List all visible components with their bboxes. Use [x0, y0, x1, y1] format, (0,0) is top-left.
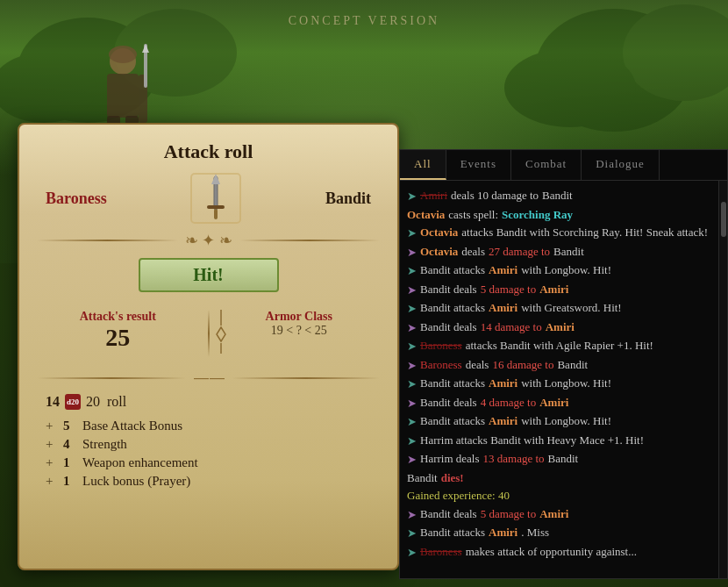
log-part-12-0: Bandit attacks: [420, 412, 485, 430]
svg-rect-19: [214, 209, 218, 219]
log-entry-19: ➤Baroness makes attack of opportunity ag…: [407, 543, 711, 562]
log-part-4-1: Amiri: [489, 261, 517, 279]
sword-illustration: [189, 172, 242, 225]
log-arrow-13: ➤: [407, 433, 417, 450]
log-arrow-2: ➤: [407, 225, 417, 242]
bonus-item-0: + 5 Base Attack Bonus: [46, 417, 371, 435]
log-part-1-1: casts spell:: [448, 206, 498, 224]
log-part-11-0: Bandit deals: [420, 394, 477, 412]
log-entry-0: ➤Amiri deals 10 damage to Bandit: [407, 187, 711, 205]
armor-class-range: 19 < ? < 25: [218, 324, 381, 338]
bonus-label: Strength: [82, 437, 127, 452]
log-entry-12: ➤Bandit attacks Amiri with Longbow. Hit!: [407, 412, 711, 431]
bonus-value: 5: [63, 419, 75, 433]
log-part-7-2: Amiri: [546, 319, 575, 336]
log-part-5-0: Bandit deals: [420, 281, 477, 298]
log-part-17-0: Bandit deals: [420, 505, 477, 523]
log-arrow-6: ➤: [407, 300, 417, 318]
bonus-item-2: + 1 Weapon enhancement: [46, 454, 371, 472]
log-part-3-3: Bandit: [553, 243, 584, 261]
log-part-18-1: Amiri: [489, 524, 517, 541]
log-part-12-2: with Longbow. Hit!: [521, 412, 611, 430]
bonus-label: Luck bonus (Prayer): [82, 474, 190, 489]
log-part-2-1: attacks Bandit with Scorching Ray. Hit! …: [461, 224, 708, 241]
log-part-14-2: Bandit: [548, 450, 579, 468]
log-part-1-2: Scorching Ray: [502, 206, 573, 224]
log-arrow-19: ➤: [407, 544, 417, 562]
log-arrow-4: ➤: [407, 262, 417, 280]
log-part-0-1: deals 10 damage to: [451, 187, 539, 204]
ornate-divider-2: ⸻⸻: [19, 369, 397, 387]
log-entry-14: ➤Harrim deals 13 damage to Bandit: [407, 450, 711, 469]
log-part-19-1: makes attack of opportunity against...: [466, 543, 637, 561]
log-part-15-1: dies!: [441, 469, 464, 487]
tab-all[interactable]: All: [400, 150, 446, 180]
log-part-10-0: Bandit attacks: [420, 375, 485, 392]
svg-rect-10: [107, 74, 139, 118]
combatant-row: Baroness Bandit: [19, 172, 397, 225]
log-arrow-5: ➤: [407, 282, 417, 299]
log-arrow-0: ➤: [407, 188, 417, 205]
armor-class-block: Armor Class 19 < ? < 25: [218, 310, 381, 357]
svg-marker-15: [142, 44, 149, 53]
log-part-12-1: Amiri: [489, 412, 517, 430]
log-entry-9: ➤Baroness deals 16 damage to Bandit: [407, 356, 711, 375]
log-arrow-12: ➤: [407, 413, 417, 431]
divider-ornament-2: ⸻⸻: [193, 369, 225, 388]
log-part-9-1: deals: [466, 356, 489, 374]
log-part-18-0: Bandit attacks: [420, 524, 485, 541]
log-part-18-2: . Miss: [521, 524, 549, 541]
log-entry-11: ➤Bandit deals 4 damage to Amiri: [407, 394, 711, 412]
log-part-1-0: Octavia: [407, 206, 445, 224]
log-arrow-18: ➤: [407, 525, 417, 542]
log-arrow-17: ➤: [407, 506, 417, 524]
log-part-4-0: Bandit attacks: [420, 261, 485, 279]
log-part-16-0: Gained experience: 40: [407, 487, 510, 505]
armor-class-label: Armor Class: [218, 310, 381, 324]
roll-max-text: 20 roll: [86, 394, 126, 410]
log-part-7-0: Bandit deals: [420, 319, 477, 336]
sword-icon-area: [189, 172, 242, 225]
concept-version-text: CONCEPT VERSION: [289, 14, 439, 28]
log-part-3-1: deals: [461, 243, 485, 261]
log-part-2-0: Octavia: [420, 224, 458, 241]
bonus-plus: +: [46, 419, 56, 433]
bonus-item-3: + 1 Luck bonus (Prayer): [46, 472, 371, 490]
log-entry-10: ➤Bandit attacks Amiri with Longbow. Hit!: [407, 375, 711, 393]
tab-events[interactable]: Events: [446, 150, 511, 180]
scrollbar-thumb[interactable]: [721, 202, 726, 237]
log-part-7-1: 14 damage to: [481, 319, 542, 336]
tab-combat[interactable]: Combat: [511, 150, 582, 180]
attack-result-value: 25: [37, 324, 199, 352]
stats-area: Attack's result 25 Armor Class 19 < ? < …: [19, 301, 397, 366]
log-arrow-14: ➤: [407, 451, 417, 469]
log-part-3-2: 27 damage to: [489, 243, 550, 261]
combat-log-panel: AllEventsCombatDialogue ➤Amiri deals 10 …: [399, 149, 728, 579]
log-entry-2: ➤Octavia attacks Bandit with Scorching R…: [407, 224, 711, 242]
log-entry-8: ➤Baroness attacks Bandit with Agile Rapi…: [407, 337, 711, 355]
log-entry-3: ➤Octavia deals 27 damage to Bandit: [407, 243, 711, 261]
log-part-5-2: Amiri: [539, 281, 568, 298]
tab-dialogue[interactable]: Dialogue: [582, 150, 660, 180]
bonus-plus: +: [46, 474, 56, 489]
log-entry-13: ➤Harrim attacks Bandit with Heavy Mace +…: [407, 432, 711, 450]
log-arrow-7: ➤: [407, 319, 417, 337]
log-content[interactable]: ➤Amiri deals 10 damage to BanditOctavia …: [400, 181, 718, 578]
defender-name: Bandit: [325, 190, 371, 208]
log-part-6-1: Amiri: [489, 299, 517, 317]
log-entry-4: ➤Bandit attacks Amiri with Longbow. Hit!: [407, 261, 711, 280]
log-entry-18: ➤Bandit attacks Amiri. Miss: [407, 524, 711, 542]
svg-point-9: [109, 46, 137, 63]
bonus-value: 1: [63, 455, 75, 470]
log-part-10-1: Amiri: [489, 375, 517, 392]
log-part-8-1: attacks Bandit with Agile Rapier +1. Hit…: [466, 337, 653, 354]
log-arrow-11: ➤: [407, 395, 417, 412]
log-part-19-0: Baroness: [420, 543, 462, 561]
bonus-label: Base Attack Bonus: [82, 419, 182, 433]
hit-badge: Hit!: [139, 258, 279, 292]
log-part-5-1: 5 damage to: [481, 281, 537, 298]
bonus-plus: +: [46, 437, 56, 452]
log-part-13-0: Harrim attacks Bandit with Heavy Mace +1…: [420, 432, 644, 449]
log-entry-16: Gained experience: 40: [407, 487, 711, 505]
log-part-17-2: Amiri: [539, 505, 568, 523]
